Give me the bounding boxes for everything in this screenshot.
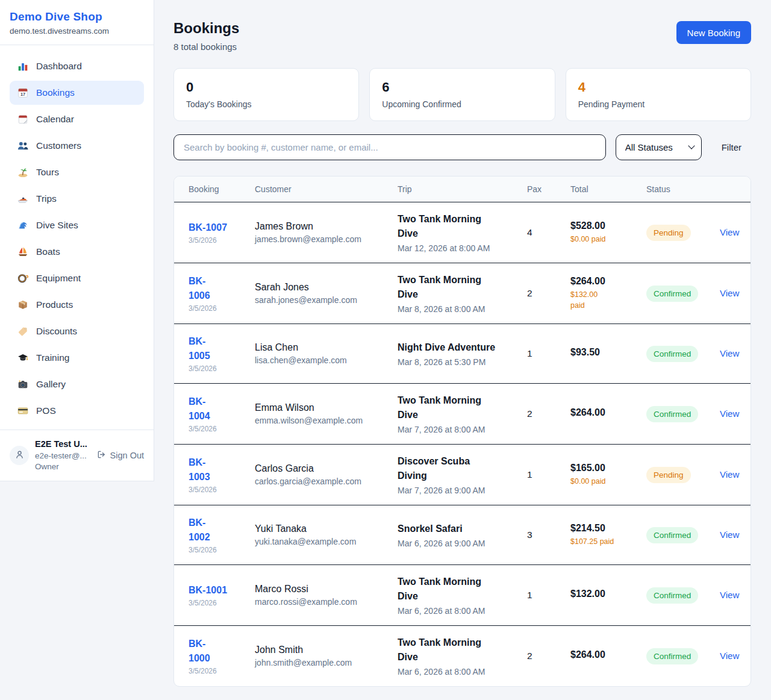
stats-row: 0 Today's Bookings 6 Upcoming Confirmed … <box>173 68 751 121</box>
trip-name: Two Tank Morning Dive <box>398 393 527 422</box>
booking-id-link[interactable]: BK- 1000 <box>189 637 210 664</box>
stat-value: 6 <box>382 80 542 95</box>
table-row: BK-1001 3/5/2026 Marco Rossi marco.rossi… <box>174 565 751 626</box>
column-header-booking: Booking <box>189 177 255 202</box>
customer-email: sarah.jones@example.com <box>255 295 398 305</box>
sidebar-item-discounts[interactable]: Discounts <box>10 319 144 343</box>
customer-name: Emma Wilson <box>255 402 398 413</box>
booking-date: 3/5/2026 <box>189 236 255 245</box>
stat-value: 4 <box>578 80 738 95</box>
customer-email: john.smith@example.com <box>255 658 398 667</box>
pax-count: 3 <box>527 530 570 540</box>
sidebar-item-customers[interactable]: Customers <box>10 134 144 158</box>
stat-card-pending-payment: 4 Pending Payment <box>566 68 751 121</box>
view-link[interactable]: View <box>720 530 739 540</box>
island-icon <box>17 167 28 178</box>
sidebar-item-gallery[interactable]: Gallery <box>10 372 144 396</box>
total-amount: $264.00 <box>570 276 646 287</box>
trip-time: Mar 7, 2026 at 8:00 AM <box>398 425 527 434</box>
pax-count: 2 <box>527 288 570 299</box>
table-row: BK- 1003 3/5/2026 Carlos Garcia carlos.g… <box>174 445 751 505</box>
filter-button[interactable]: Filter <box>711 142 751 152</box>
table-body: BK-1007 3/5/2026 James Brown james.brown… <box>174 202 751 686</box>
status-select[interactable]: All Statuses <box>616 134 702 160</box>
search-input[interactable] <box>173 134 606 160</box>
sidebar-item-dashboard[interactable]: Dashboard <box>10 54 144 78</box>
user-info: E2E Test U... e2e-tester@... Owner <box>35 439 91 472</box>
wave-icon <box>17 220 28 231</box>
view-link[interactable]: View <box>720 348 739 358</box>
total-amount: $165.00 <box>570 463 646 473</box>
column-header-trip: Trip <box>398 177 527 202</box>
customer-email: lisa.chen@example.com <box>255 355 398 365</box>
sidebar: Demo Dive Shop demo.test.divestreams.com… <box>0 0 154 481</box>
sidebar-item-training[interactable]: Training <box>10 346 144 370</box>
status-select-wrap: All Statuses <box>616 134 702 160</box>
booking-date: 3/5/2026 <box>189 486 255 494</box>
booking-id-link[interactable]: BK- 1004 <box>189 395 210 422</box>
page-header: Bookings 8 total bookings New Booking <box>173 20 751 52</box>
trip-name: Two Tank Morning Dive <box>398 575 527 604</box>
sidebar-item-label: Products <box>36 299 73 310</box>
sidebar-item-pos[interactable]: POS <box>10 399 144 423</box>
sidebar-item-trips[interactable]: Trips <box>10 187 144 211</box>
sidebar-item-label: POS <box>36 405 56 416</box>
main-content: Bookings 8 total bookings New Booking 0 … <box>173 0 751 687</box>
trip-name: Snorkel Safari <box>398 522 527 536</box>
sidebar-item-tours[interactable]: Tours <box>10 160 144 184</box>
tear-calendar-icon <box>17 114 28 125</box>
sidebar-item-label: Trips <box>36 193 57 204</box>
view-link[interactable]: View <box>720 590 739 600</box>
page-subtitle: 8 total bookings <box>173 42 239 52</box>
stat-label: Upcoming Confirmed <box>382 99 542 109</box>
trip-time: Mar 6, 2026 at 8:00 AM <box>398 606 527 616</box>
stat-card-today-s-bookings: 0 Today's Bookings <box>173 68 359 121</box>
booking-id-link[interactable]: BK- 1005 <box>189 334 210 362</box>
total-amount: $93.50 <box>570 347 646 358</box>
sidebar-item-calendar[interactable]: Calendar <box>10 107 144 131</box>
sidebar-item-bookings[interactable]: 17 Bookings <box>10 81 144 105</box>
sidebar-item-dive-sites[interactable]: Dive Sites <box>10 213 144 237</box>
customer-email: yuki.tanaka@example.com <box>255 537 398 546</box>
customer-name: James Brown <box>255 221 398 232</box>
view-link[interactable]: View <box>720 288 739 298</box>
sidebar-item-equipment[interactable]: Equipment <box>10 266 144 290</box>
view-link[interactable]: View <box>720 227 739 237</box>
booking-id-link[interactable]: BK- 1002 <box>189 516 210 543</box>
customer-name: John Smith <box>255 645 398 655</box>
bar-chart-icon <box>17 61 28 72</box>
sidebar-item-boats[interactable]: Boats <box>10 240 144 264</box>
booking-id-link[interactable]: BK- 1003 <box>189 455 210 483</box>
booking-id-link[interactable]: BK-1007 <box>189 220 227 234</box>
person-icon <box>14 449 25 462</box>
view-link[interactable]: View <box>720 408 739 419</box>
sidebar-nav: Dashboard 17 Bookings Calendar Customers… <box>0 45 154 434</box>
sidebar-item-label: Bookings <box>36 87 75 98</box>
booking-id-link[interactable]: BK-1001 <box>189 583 227 597</box>
customer-name: Lisa Chen <box>255 342 398 353</box>
table-row: BK- 1005 3/5/2026 Lisa Chen lisa.chen@ex… <box>174 324 751 384</box>
shop-name: Demo Dive Shop <box>10 10 144 23</box>
table-row: BK-1007 3/5/2026 James Brown james.brown… <box>174 202 751 263</box>
booking-id-link[interactable]: BK- 1006 <box>189 274 210 302</box>
table-row: BK- 1000 3/5/2026 John Smith john.smith@… <box>174 626 751 686</box>
new-booking-button[interactable]: New Booking <box>676 21 751 44</box>
total-amount: $264.00 <box>570 407 646 418</box>
sign-out-label: Sign Out <box>110 451 144 460</box>
calendar-date-icon: 17 <box>17 87 28 98</box>
user-footer: E2E Test U... e2e-tester@... Owner Sign … <box>0 430 154 481</box>
pax-count: 1 <box>527 469 570 480</box>
bookings-table: BookingCustomerTripPaxTotalStatus BK-100… <box>173 176 751 687</box>
view-link[interactable]: View <box>720 469 739 480</box>
shop-domain: demo.test.divestreams.com <box>10 27 144 36</box>
status-badge: Confirmed <box>646 527 698 543</box>
view-link[interactable]: View <box>720 651 739 661</box>
booking-date: 3/5/2026 <box>189 667 255 675</box>
pax-count: 1 <box>527 590 570 601</box>
sailboat-icon <box>17 246 28 257</box>
customer-email: james.brown@example.com <box>255 234 398 244</box>
trip-time: Mar 8, 2026 at 5:30 PM <box>398 357 527 367</box>
sidebar-item-products[interactable]: Products <box>10 293 144 317</box>
sign-out-button[interactable]: Sign Out <box>97 450 144 461</box>
column-header-pax: Pax <box>527 177 570 202</box>
